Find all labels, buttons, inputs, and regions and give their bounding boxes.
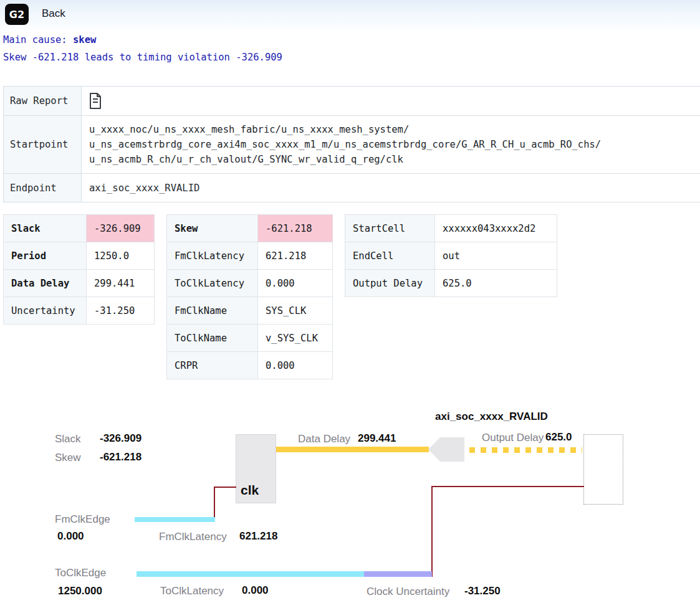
report-table: Raw Report Startpoint u_xxxx_noc/u_ns_xx… [3, 86, 700, 202]
data-delay-bar [276, 447, 429, 452]
timing-diagram: axi_soc_xxxx_RVALID Slack -326.909 Skew … [0, 399, 700, 608]
stat-value: 1250.0 [87, 242, 155, 270]
stat-label: FmClkLatency [167, 242, 258, 270]
to-clk-latency-label: ToClkLatency [160, 585, 224, 597]
clock-uncertainty-value: -31.250 [464, 585, 501, 597]
clk-pin-label: clk [241, 483, 259, 498]
diagram-skew-value: -621.218 [100, 451, 141, 463]
main-cause-line: Main cause: skew [3, 34, 96, 45]
stat-label: CRPR [167, 352, 258, 379]
raw-report-cell [82, 87, 700, 116]
table-row: FmClkLatency 621.218 [167, 242, 333, 270]
to-clock-path-line [432, 486, 584, 487]
table-row: Data Delay 299.441 [4, 270, 155, 297]
output-delay-label: Output Delay [482, 432, 544, 444]
fm-clk-latency-value: 621.218 [239, 530, 277, 543]
table-row: StartCell xxxxxx043xxxx2d2 [345, 215, 557, 242]
table-row: Slack -326.909 [4, 215, 155, 242]
table-row: Period 1250.0 [4, 242, 155, 270]
fm-clk-latency-label: FmClkLatency [159, 531, 227, 543]
stat-label: EndCell [345, 242, 435, 270]
fm-clk-edge-label: FmClkEdge [55, 513, 110, 526]
stat-value: 0.000 [258, 352, 333, 379]
to-clk-edge-value: 1250.000 [58, 585, 102, 597]
output-delay-dashed-bar [469, 447, 582, 453]
table-row: CRPR 0.000 [167, 352, 333, 379]
main-cause-prefix: Main cause: [3, 34, 73, 45]
stat-label: FmClkName [167, 297, 258, 325]
diagram-endpoint-title: axi_soc_xxxx_RVALID [435, 411, 548, 423]
to-clk-edge-bar [137, 571, 364, 577]
stat-label: Output Delay [345, 270, 435, 297]
skew-stats-table: Skew -621.218 FmClkLatency 621.218 ToClk… [166, 214, 333, 379]
stat-label: Period [4, 242, 87, 270]
table-row: ToClkLatency 0.000 [167, 270, 333, 297]
data-delay-label: Data Delay [298, 433, 350, 445]
slack-stats-table: Slack -326.909 Period 1250.0 Data Delay … [3, 214, 155, 325]
table-row: Startpoint u_xxxx_noc/u_ns_xxxx_mesh_fab… [4, 116, 700, 174]
to-clk-latency-value: 0.000 [242, 584, 269, 597]
stat-value: out [435, 242, 557, 270]
skew-value-highlighted: -621.218 [258, 215, 333, 242]
stat-label: ToClkLatency [167, 270, 258, 297]
slack-value-highlighted: -326.909 [87, 215, 155, 242]
table-row: Raw Report [4, 87, 700, 116]
fm-clk-edge-value: 0.000 [57, 530, 84, 543]
clock-uncertainty-bar [364, 571, 432, 577]
stat-value: 625.0 [435, 270, 557, 297]
data-delay-value: 299.441 [358, 432, 396, 445]
raw-report-label: Raw Report [4, 87, 82, 116]
start-cell-box: clk [236, 434, 276, 503]
endpoint-arrow-icon [428, 437, 464, 462]
endpoint-label: Endpoint [4, 174, 82, 202]
stat-value: SYS_CLK [258, 297, 333, 325]
stat-label: Skew [167, 215, 258, 242]
stat-label: ToClkName [167, 325, 258, 352]
to-clock-path-line [431, 486, 433, 577]
cell-stats-table: StartCell xxxxxx043xxxx2d2 EndCell out O… [345, 214, 557, 297]
output-delay-value: 625.0 [545, 431, 572, 444]
header-gradient [0, 0, 700, 32]
diagram-slack-label: Slack [55, 433, 81, 445]
from-clock-path-line [214, 487, 236, 488]
clock-uncertainty-label: Clock Uncertainty [367, 586, 449, 598]
to-clk-edge-label: ToClkEdge [55, 567, 106, 579]
endpoint-cell-box [583, 434, 623, 505]
stat-label: StartCell [345, 215, 435, 242]
table-row: Endpoint axi_soc_xxxx_RVALID [4, 174, 700, 202]
table-row: EndCell out [345, 242, 557, 270]
stat-label: Data Delay [4, 270, 87, 297]
back-button[interactable]: Back [42, 7, 65, 20]
stat-value: 0.000 [258, 270, 333, 297]
cause-detail-line: Skew -621.218 leads to timing violation … [3, 52, 282, 63]
stat-value: -31.250 [87, 297, 155, 325]
diagram-slack-value: -326.909 [100, 432, 141, 445]
stat-value: v_SYS_CLK [258, 325, 333, 352]
stat-label: Slack [4, 215, 87, 242]
table-row: FmClkName SYS_CLK [167, 297, 333, 325]
stat-label: Uncertainty [4, 297, 87, 325]
raw-report-document-icon[interactable] [89, 93, 102, 109]
app-badge-g2[interactable]: G2 [5, 4, 29, 25]
diagram-skew-label: Skew [55, 452, 81, 464]
startpoint-value: u_xxxx_noc/u_ns_xxxx_mesh_fabric/u_ns_xx… [82, 116, 700, 174]
stat-value: xxxxxx043xxxx2d2 [435, 215, 557, 242]
fm-clk-edge-bar [135, 517, 215, 522]
table-row: ToClkName v_SYS_CLK [167, 325, 333, 352]
startpoint-label: Startpoint [4, 116, 82, 174]
stat-value: 621.218 [258, 242, 333, 270]
table-row: Uncertainty -31.250 [4, 297, 155, 325]
stat-value: 299.441 [87, 270, 155, 297]
endpoint-value: axi_soc_xxxx_RVALID [82, 174, 700, 202]
main-cause-value: skew [73, 34, 96, 45]
table-row: Skew -621.218 [167, 215, 333, 242]
from-clock-path-line [214, 487, 215, 518]
table-row: Output Delay 625.0 [345, 270, 557, 297]
